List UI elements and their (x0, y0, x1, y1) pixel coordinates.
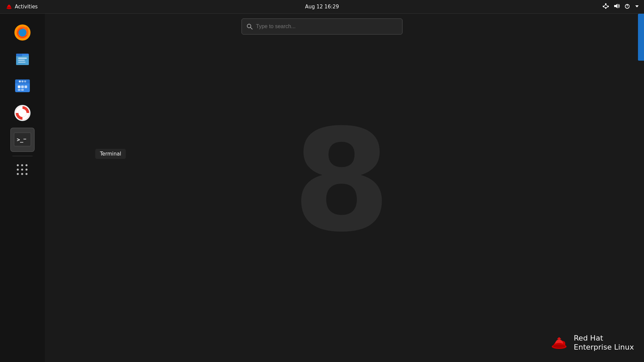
svg-point-45 (553, 345, 565, 348)
volume-icon[interactable] (613, 3, 620, 11)
search-bar[interactable] (241, 18, 402, 35)
svg-rect-20 (16, 54, 22, 56)
dock-item-firefox[interactable] (10, 20, 35, 45)
right-panel-indicator[interactable] (638, 14, 644, 61)
svg-marker-12 (635, 5, 639, 7)
redhat-icon (5, 3, 13, 10)
firefox-icon (13, 23, 32, 42)
power-icon[interactable] (624, 3, 631, 11)
svg-point-29 (24, 80, 26, 82)
svg-point-28 (21, 80, 23, 82)
topbar: Activities Aug 12 16:29 (0, 0, 644, 14)
svg-line-7 (603, 7, 605, 7)
svg-line-8 (606, 7, 608, 7)
search-icon (247, 23, 253, 29)
files-icon (13, 50, 32, 68)
search-input[interactable] (256, 23, 397, 29)
svg-line-6 (606, 5, 608, 6)
svg-marker-9 (614, 4, 618, 8)
software-icon (13, 77, 32, 96)
dock-item-help[interactable] (10, 101, 35, 125)
dock-separator (12, 156, 33, 156)
activities-button[interactable]: Activities (0, 0, 43, 13)
redhat-text: Red Hat Enterprise Linux (574, 334, 634, 352)
dock-item-terminal[interactable]: >_ (10, 128, 35, 152)
background-logo: 8 (292, 111, 390, 251)
svg-rect-32 (24, 85, 27, 88)
svg-rect-34 (21, 89, 24, 91)
redhat-logo: Red Hat Enterprise Linux (549, 333, 634, 353)
svg-rect-43 (23, 139, 26, 139)
help-icon (13, 104, 32, 122)
search-container (241, 18, 402, 35)
svg-rect-21 (18, 58, 27, 59)
system-tray (602, 3, 644, 11)
svg-line-14 (251, 27, 252, 29)
clock: Aug 12 16:29 (305, 4, 339, 10)
svg-rect-31 (21, 85, 24, 88)
svg-text:>_: >_ (17, 136, 23, 143)
redhat-hat-svg (549, 333, 569, 353)
show-apps-button[interactable] (12, 162, 33, 178)
dock-item-software[interactable] (10, 74, 35, 98)
activities-label: Activities (15, 4, 38, 10)
system-menu-icon[interactable] (635, 4, 639, 10)
svg-rect-33 (18, 89, 20, 91)
terminal-tooltip: Terminal (95, 149, 126, 159)
svg-point-27 (19, 80, 21, 82)
network-icon[interactable] (602, 3, 609, 11)
terminal-icon: >_ (13, 130, 32, 149)
dock-item-files[interactable] (10, 47, 35, 71)
apps-grid-dots (17, 164, 28, 176)
redhat-line1: Red Hat (574, 334, 634, 343)
svg-point-13 (247, 24, 251, 28)
dock: >_ (0, 14, 45, 362)
svg-point-39 (20, 110, 25, 116)
svg-line-5 (603, 5, 606, 6)
svg-rect-30 (18, 85, 20, 88)
svg-rect-1 (605, 3, 606, 5)
svg-rect-22 (18, 60, 25, 61)
redhat-line2: Enterprise Linux (574, 343, 634, 352)
svg-rect-23 (18, 62, 25, 63)
